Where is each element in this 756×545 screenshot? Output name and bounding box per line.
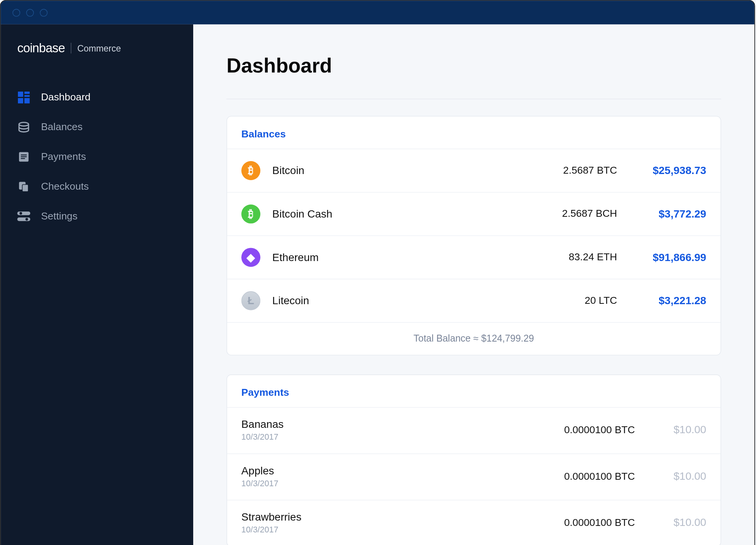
- payment-name: Apples: [241, 465, 516, 477]
- sidebar-item-label: Dashboard: [41, 92, 90, 103]
- payment-row[interactable]: Apples 10/3/2017 0.0000100 BTC $10.00: [227, 453, 720, 500]
- svg-rect-12: [23, 185, 28, 191]
- payment-usd: $10.00: [635, 424, 706, 436]
- settings-icon: [17, 210, 30, 223]
- balances-card-title[interactable]: Balances: [227, 116, 720, 148]
- svg-point-16: [26, 218, 28, 221]
- payment-name: Bananas: [241, 418, 516, 431]
- payments-card-title[interactable]: Payments: [227, 375, 720, 407]
- svg-rect-8: [21, 156, 27, 157]
- window-min-dot[interactable]: [26, 9, 34, 16]
- coin-name: Bitcoin: [272, 164, 510, 177]
- total-value: $124,799.29: [481, 333, 534, 343]
- sidebar-item-label: Settings: [41, 210, 78, 222]
- svg-rect-0: [18, 92, 23, 97]
- ethereum-icon: ◆: [241, 248, 260, 267]
- payment-date: 10/3/2017: [241, 525, 516, 534]
- window-close-dot[interactable]: [13, 9, 20, 16]
- total-balance: Total Balance ≈ $124,799.29: [227, 322, 720, 355]
- svg-rect-13: [17, 211, 30, 215]
- balance-row[interactable]: ₿ Bitcoin 2.5687 BTC $25,938.73: [227, 148, 720, 192]
- sidebar-item-payments[interactable]: Payments: [1, 142, 193, 172]
- coin-usd: $3,772.29: [617, 208, 706, 220]
- sidebar-item-checkouts[interactable]: Checkouts: [1, 172, 193, 202]
- svg-point-14: [19, 212, 22, 215]
- svg-rect-1: [24, 92, 30, 94]
- checkouts-icon: [17, 180, 30, 193]
- titlebar: [1, 1, 754, 24]
- balance-row[interactable]: Ł Litecoin 20 LTC $3,221.28: [227, 279, 720, 322]
- main-content: Dashboard Balances ₿ Bitcoin 2.5687 BTC …: [193, 24, 754, 545]
- total-label: Total Balance ≈: [414, 333, 481, 343]
- payment-usd: $10.00: [635, 516, 706, 529]
- coin-usd: $25,938.73: [617, 164, 706, 177]
- balances-icon: [17, 121, 30, 134]
- balance-row[interactable]: ◆ Ethereum 83.24 ETH $91,866.99: [227, 235, 720, 279]
- page-title: Dashboard: [226, 54, 721, 77]
- payment-date: 10/3/2017: [241, 478, 516, 488]
- payment-amount: 0.0000100 BTC: [516, 470, 635, 482]
- brand-main: coinbase: [17, 41, 65, 55]
- sidebar-item-label: Checkouts: [41, 181, 89, 192]
- svg-rect-4: [24, 98, 30, 103]
- balances-card: Balances ₿ Bitcoin 2.5687 BTC $25,938.73…: [226, 116, 721, 355]
- bitcoin-icon: ₿: [241, 161, 260, 180]
- sidebar: coinbase Commerce Dashboard Balances: [1, 24, 193, 545]
- coin-name: Bitcoin Cash: [272, 208, 510, 220]
- coin-usd: $3,221.28: [617, 294, 706, 307]
- sidebar-item-balances[interactable]: Balances: [1, 112, 193, 142]
- payment-name: Strawberries: [241, 511, 516, 524]
- svg-point-5: [19, 123, 29, 126]
- payment-row[interactable]: Strawberries 10/3/2017 0.0000100 BTC $10…: [227, 500, 720, 545]
- litecoin-icon: Ł: [241, 291, 260, 310]
- coin-amount: 2.5687 BTC: [510, 164, 617, 176]
- sidebar-item-label: Balances: [41, 121, 82, 133]
- brand-sub: Commerce: [78, 43, 121, 53]
- svg-rect-9: [21, 158, 25, 159]
- coin-amount: 2.5687 BCH: [510, 208, 617, 220]
- payment-usd: $10.00: [635, 470, 706, 483]
- svg-rect-7: [21, 155, 27, 155]
- window-max-dot[interactable]: [40, 9, 47, 16]
- coin-amount: 20 LTC: [510, 295, 617, 306]
- brand-separator: [71, 43, 71, 53]
- coin-name: Litecoin: [272, 294, 510, 307]
- payment-amount: 0.0000100 BTC: [516, 424, 635, 436]
- coin-amount: 83.24 ETH: [510, 252, 617, 263]
- bitcoin-cash-icon: ₿: [241, 205, 260, 224]
- coin-name: Ethereum: [272, 251, 510, 264]
- svg-rect-2: [24, 95, 30, 97]
- payment-row[interactable]: Bananas 10/3/2017 0.0000100 BTC $10.00: [227, 407, 720, 453]
- sidebar-item-dashboard[interactable]: Dashboard: [1, 82, 193, 112]
- sidebar-item-settings[interactable]: Settings: [1, 202, 193, 231]
- dashboard-icon: [17, 91, 30, 104]
- balance-row[interactable]: ₿ Bitcoin Cash 2.5687 BCH $3,772.29: [227, 192, 720, 235]
- sidebar-item-label: Payments: [41, 151, 86, 163]
- coin-usd: $91,866.99: [617, 251, 706, 264]
- svg-rect-15: [17, 218, 30, 221]
- brand: coinbase Commerce: [1, 41, 193, 55]
- payments-icon: [17, 150, 30, 163]
- svg-rect-3: [18, 98, 23, 103]
- payments-card: Payments Bananas 10/3/2017 0.0000100 BTC…: [226, 374, 721, 545]
- app-window: coinbase Commerce Dashboard Balances: [0, 0, 755, 545]
- payment-amount: 0.0000100 BTC: [516, 517, 635, 529]
- divider: [226, 98, 721, 99]
- payment-date: 10/3/2017: [241, 432, 516, 442]
